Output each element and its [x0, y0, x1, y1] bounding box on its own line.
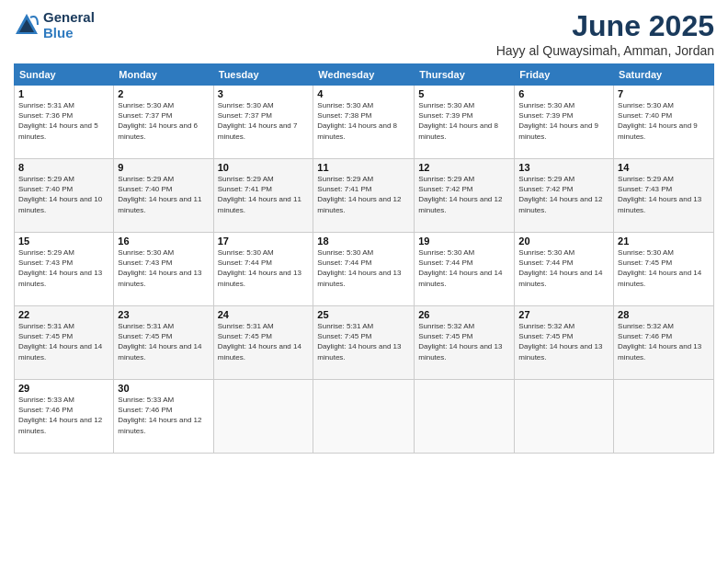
calendar-cell: 30 Sunrise: 5:33 AM Sunset: 7:46 PM Dayl…: [114, 380, 213, 454]
day-info: Sunrise: 5:31 AM Sunset: 7:45 PM Dayligh…: [18, 321, 109, 362]
day-info: Sunrise: 5:30 AM Sunset: 7:44 PM Dayligh…: [218, 247, 310, 289]
title-block: June 2025 Hayy al Quwaysimah, Amman, Jor…: [496, 9, 714, 58]
calendar-cell: [415, 380, 515, 454]
day-info: Sunrise: 5:30 AM Sunset: 7:45 PM Dayligh…: [618, 247, 710, 289]
day-number: 27: [518, 309, 609, 320]
day-number: 23: [118, 309, 209, 320]
calendar-cell: 8 Sunrise: 5:29 AM Sunset: 7:40 PM Dayli…: [15, 159, 114, 233]
calendar-cell: 11 Sunrise: 5:29 AM Sunset: 7:41 PM Dayl…: [313, 159, 415, 233]
day-number: 1: [18, 88, 109, 99]
calendar-header-wednesday: Wednesday: [313, 64, 415, 86]
day-number: 18: [317, 236, 410, 247]
calendar-cell: 16 Sunrise: 5:30 AM Sunset: 7:43 PM Dayl…: [114, 233, 213, 306]
day-number: 14: [618, 162, 710, 173]
calendar-cell: 7 Sunrise: 5:30 AM Sunset: 7:40 PM Dayli…: [614, 86, 714, 159]
calendar-cell: 23 Sunrise: 5:31 AM Sunset: 7:45 PM Dayl…: [114, 306, 213, 380]
calendar-cell: 28 Sunrise: 5:32 AM Sunset: 7:46 PM Dayl…: [614, 306, 714, 380]
day-number: 3: [218, 88, 310, 99]
calendar-cell: 20 Sunrise: 5:30 AM Sunset: 7:44 PM Dayl…: [515, 233, 614, 306]
logo-text: General Blue: [43, 9, 95, 40]
calendar-header-saturday: Saturday: [614, 64, 714, 86]
day-info: Sunrise: 5:30 AM Sunset: 7:44 PM Dayligh…: [317, 247, 410, 289]
calendar-cell: 1 Sunrise: 5:31 AM Sunset: 7:36 PM Dayli…: [15, 86, 114, 159]
calendar-cell: 19 Sunrise: 5:30 AM Sunset: 7:44 PM Dayl…: [415, 233, 515, 306]
day-info: Sunrise: 5:29 AM Sunset: 7:40 PM Dayligh…: [118, 174, 209, 215]
day-number: 24: [218, 309, 310, 320]
day-info: Sunrise: 5:30 AM Sunset: 7:40 PM Dayligh…: [618, 100, 710, 142]
calendar-cell: 5 Sunrise: 5:30 AM Sunset: 7:39 PM Dayli…: [415, 86, 515, 159]
day-number: 2: [118, 88, 209, 99]
location-subtitle: Hayy al Quwaysimah, Amman, Jordan: [496, 43, 714, 58]
calendar-cell: 25 Sunrise: 5:31 AM Sunset: 7:45 PM Dayl…: [313, 306, 415, 380]
day-number: 7: [618, 88, 710, 99]
day-info: Sunrise: 5:29 AM Sunset: 7:42 PM Dayligh…: [518, 174, 609, 215]
day-info: Sunrise: 5:29 AM Sunset: 7:42 PM Dayligh…: [418, 174, 510, 215]
day-number: 12: [418, 162, 510, 173]
day-info: Sunrise: 5:30 AM Sunset: 7:38 PM Dayligh…: [317, 100, 410, 142]
calendar-cell: 21 Sunrise: 5:30 AM Sunset: 7:45 PM Dayl…: [614, 233, 714, 306]
calendar-table: SundayMondayTuesdayWednesdayThursdayFrid…: [14, 63, 714, 454]
calendar-cell: 13 Sunrise: 5:29 AM Sunset: 7:42 PM Dayl…: [515, 159, 614, 233]
calendar-cell: 6 Sunrise: 5:30 AM Sunset: 7:39 PM Dayli…: [515, 86, 614, 159]
day-info: Sunrise: 5:30 AM Sunset: 7:37 PM Dayligh…: [118, 100, 209, 142]
day-number: 13: [518, 162, 609, 173]
day-info: Sunrise: 5:31 AM Sunset: 7:36 PM Dayligh…: [18, 100, 109, 142]
day-number: 17: [218, 236, 310, 247]
logo: General Blue: [14, 9, 95, 40]
day-number: 9: [118, 162, 209, 173]
calendar-cell: 17 Sunrise: 5:30 AM Sunset: 7:44 PM Dayl…: [213, 233, 313, 306]
calendar-cell: [213, 380, 313, 454]
day-info: Sunrise: 5:29 AM Sunset: 7:41 PM Dayligh…: [218, 174, 310, 215]
calendar-cell: 24 Sunrise: 5:31 AM Sunset: 7:45 PM Dayl…: [213, 306, 313, 380]
calendar-header-friday: Friday: [515, 64, 614, 86]
day-info: Sunrise: 5:32 AM Sunset: 7:45 PM Dayligh…: [518, 321, 609, 362]
day-number: 16: [118, 236, 209, 247]
calendar-header-monday: Monday: [114, 64, 213, 86]
calendar-header-tuesday: Tuesday: [213, 64, 313, 86]
day-info: Sunrise: 5:33 AM Sunset: 7:46 PM Dayligh…: [118, 395, 209, 436]
day-info: Sunrise: 5:30 AM Sunset: 7:39 PM Dayligh…: [518, 100, 609, 142]
day-number: 25: [317, 309, 410, 320]
calendar-cell: [614, 380, 714, 454]
day-number: 21: [618, 236, 710, 247]
day-info: Sunrise: 5:32 AM Sunset: 7:45 PM Dayligh…: [418, 321, 510, 362]
calendar-cell: 10 Sunrise: 5:29 AM Sunset: 7:41 PM Dayl…: [213, 159, 313, 233]
day-number: 19: [418, 236, 510, 247]
day-number: 5: [418, 88, 510, 99]
calendar-cell: 9 Sunrise: 5:29 AM Sunset: 7:40 PM Dayli…: [114, 159, 213, 233]
day-info: Sunrise: 5:29 AM Sunset: 7:43 PM Dayligh…: [18, 247, 109, 289]
day-info: Sunrise: 5:30 AM Sunset: 7:44 PM Dayligh…: [418, 247, 510, 289]
calendar-header-thursday: Thursday: [415, 64, 515, 86]
calendar-cell: 12 Sunrise: 5:29 AM Sunset: 7:42 PM Dayl…: [415, 159, 515, 233]
day-info: Sunrise: 5:30 AM Sunset: 7:44 PM Dayligh…: [518, 247, 609, 289]
day-number: 4: [317, 88, 410, 99]
day-number: 15: [18, 236, 109, 247]
day-info: Sunrise: 5:31 AM Sunset: 7:45 PM Dayligh…: [317, 321, 410, 362]
calendar-cell: 26 Sunrise: 5:32 AM Sunset: 7:45 PM Dayl…: [415, 306, 515, 380]
day-number: 26: [418, 309, 510, 320]
day-number: 30: [118, 383, 209, 394]
calendar-cell: 27 Sunrise: 5:32 AM Sunset: 7:45 PM Dayl…: [515, 306, 614, 380]
month-title: June 2025: [496, 9, 714, 43]
day-info: Sunrise: 5:33 AM Sunset: 7:46 PM Dayligh…: [18, 395, 109, 436]
calendar-header-sunday: Sunday: [15, 64, 114, 86]
day-number: 6: [518, 88, 609, 99]
day-info: Sunrise: 5:30 AM Sunset: 7:43 PM Dayligh…: [118, 247, 209, 289]
calendar-cell: 29 Sunrise: 5:33 AM Sunset: 7:46 PM Dayl…: [15, 380, 114, 454]
calendar-cell: 3 Sunrise: 5:30 AM Sunset: 7:37 PM Dayli…: [213, 86, 313, 159]
day-number: 20: [518, 236, 609, 247]
calendar-cell: [515, 380, 614, 454]
calendar-cell: 14 Sunrise: 5:29 AM Sunset: 7:43 PM Dayl…: [614, 159, 714, 233]
calendar-cell: 15 Sunrise: 5:29 AM Sunset: 7:43 PM Dayl…: [15, 233, 114, 306]
day-info: Sunrise: 5:31 AM Sunset: 7:45 PM Dayligh…: [118, 321, 209, 362]
day-number: 28: [618, 309, 710, 320]
day-info: Sunrise: 5:30 AM Sunset: 7:39 PM Dayligh…: [418, 100, 510, 142]
day-info: Sunrise: 5:29 AM Sunset: 7:41 PM Dayligh…: [317, 174, 410, 215]
day-number: 11: [317, 162, 410, 173]
calendar-cell: 4 Sunrise: 5:30 AM Sunset: 7:38 PM Dayli…: [313, 86, 415, 159]
logo-icon: [14, 12, 40, 38]
day-number: 22: [18, 309, 109, 320]
calendar-cell: 18 Sunrise: 5:30 AM Sunset: 7:44 PM Dayl…: [313, 233, 415, 306]
day-number: 10: [218, 162, 310, 173]
day-number: 8: [18, 162, 109, 173]
